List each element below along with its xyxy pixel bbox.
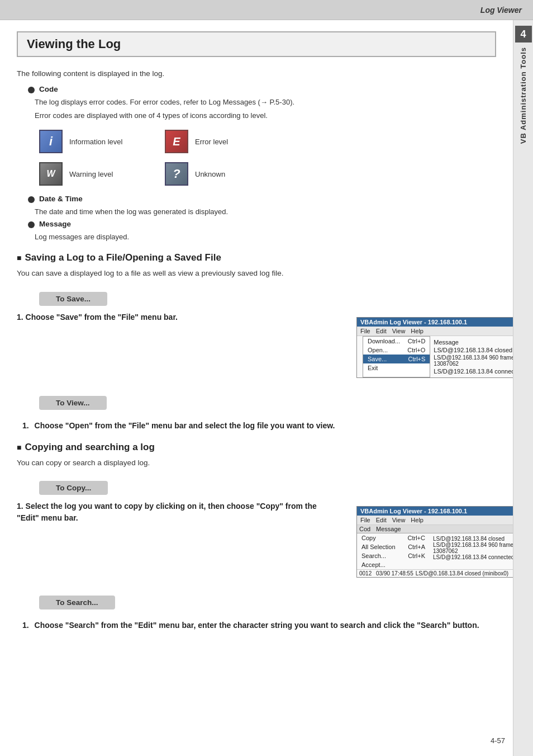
page-title-section: Viewing the Log	[17, 31, 496, 57]
error-label: Error level	[195, 138, 228, 146]
error-icon: E	[165, 130, 188, 153]
to-view-btn: To View...	[39, 396, 107, 410]
screenshot-save: VBAdmin Log Viewer - 192.168.100.1 File …	[329, 311, 496, 384]
page-number: 4-57	[491, 736, 505, 745]
warning-label: Warning level	[69, 170, 113, 178]
top-header: Log Viewer	[0, 0, 533, 20]
screenshot-copy: VBAdmin Log Viewer - 192.168.100.1 File …	[329, 500, 496, 583]
step-copy-text: 1. Select the log you want to copy by cl…	[17, 500, 317, 524]
bullet-datetime-label: Date & Time	[39, 195, 83, 203]
info-icon: i	[39, 130, 63, 153]
icons-grid: i Information level E Error level W Warn…	[39, 130, 274, 186]
warning-icon: W	[39, 162, 63, 186]
bullet-message-label: Message	[39, 220, 71, 228]
bullet-code: Code	[28, 85, 496, 93]
right-sidebar: 4 VB Administration Tools	[513, 20, 533, 756]
step-copy-num: 1.	[17, 502, 23, 511]
icon-row-info: i Information level	[39, 130, 148, 153]
bullet-code-desc2: Error codes are displayed with one of 4 …	[35, 110, 496, 121]
bullet-dot	[28, 87, 35, 93]
step-view-desc: Choose "Open" from the "File" menu bar a…	[35, 421, 335, 430]
to-search-btn: To Search...	[39, 596, 115, 609]
unknown-icon: ?	[165, 162, 188, 186]
screenshot-copy-menu: File Edit View Help	[357, 516, 533, 525]
dropdown-download: Download...Ctrl+D	[363, 337, 430, 346]
main-content: Viewing the Log The following content is…	[0, 20, 513, 655]
dropdown-save: Save...Ctrl+S	[363, 355, 430, 363]
step-search-desc: Choose "Search" from the "Edit" menu bar…	[35, 621, 479, 630]
bullet-message: Message	[28, 220, 496, 228]
page-title: Viewing the Log	[27, 37, 486, 51]
to-copy-btn: To Copy...	[39, 481, 108, 495]
bullet-code-label: Code	[39, 85, 58, 93]
section-save-intro: You can save a displayed log to a file a…	[17, 268, 496, 279]
sidebar-label: VB Administration Tools	[519, 47, 527, 144]
screenshot-copy-window: VBAdmin Log Viewer - 192.168.100.1 File …	[356, 506, 533, 578]
icon-row-warning: W Warning level	[39, 162, 148, 186]
screenshot-save-dropdown: Download...Ctrl+D Open...Ctrl+O Save...C…	[363, 336, 430, 377]
icon-row-error: E Error level	[165, 130, 274, 153]
section-save-heading: Saving a Log to a File/Opening a Saved F…	[17, 252, 496, 263]
chapter-number: 4	[515, 26, 532, 42]
copy-dropdown: CopyCtrl+C All SelectionCtrl+A Search...…	[357, 533, 430, 569]
header-title: Log Viewer	[480, 6, 522, 15]
step-view: 1. Choose "Open" from the "File" menu ba…	[22, 420, 496, 432]
step-save-num: 1.	[17, 313, 23, 322]
icon-row-unknown: ? Unknown	[165, 162, 274, 186]
to-save-btn: To Save...	[39, 292, 107, 306]
info-label: Information level	[69, 138, 122, 146]
step-view-num: 1.	[22, 421, 29, 430]
screenshot-save-body: Download...Ctrl+D Open...Ctrl+O Save...C…	[357, 336, 533, 377]
step-copy-desc: Select the log you want to copy by click…	[17, 502, 317, 522]
screenshot-copy-body: Cod Message CopyCtrl+C All SelectionCtrl…	[357, 525, 533, 577]
step-search: 1. Choose "Search" from the "Edit" menu …	[22, 620, 496, 631]
bullet-dot-2	[28, 196, 35, 203]
bullet-dot-3	[28, 221, 35, 228]
screenshot-save-title: VBAdmin Log Viewer - 192.168.100.1	[357, 318, 533, 327]
dropdown-exit: Exit	[363, 363, 430, 372]
unknown-label: Unknown	[195, 170, 225, 178]
screenshot-save-menu: File Edit View Help	[357, 327, 533, 336]
section-copy-intro: You can copy or search a displayed log.	[17, 457, 496, 469]
step-save-text: 1. Choose "Save" from the "File" menu ba…	[17, 311, 317, 323]
intro-text: The following content is displayed in th…	[17, 68, 496, 79]
dropdown-open: Open...Ctrl+O	[363, 346, 430, 355]
step-save-desc: Choose "Save" from the "File" menu bar.	[26, 313, 178, 322]
screenshot-save-window: VBAdmin Log Viewer - 192.168.100.1 File …	[356, 317, 533, 378]
step-copy: 1. Select the log you want to copy by cl…	[17, 500, 496, 583]
bullet-code-desc1: The log displays error codes. For error …	[35, 97, 496, 108]
bullet-datetime: Date & Time	[28, 195, 496, 203]
section-copy-heading: Copying and searching a log	[17, 442, 496, 453]
bullet-message-desc: Log messages are displayed.	[35, 231, 496, 243]
screenshot-copy-title: VBAdmin Log Viewer - 192.168.100.1	[357, 507, 533, 516]
step-search-num: 1.	[22, 621, 29, 630]
step-save: 1. Choose "Save" from the "File" menu ba…	[17, 311, 496, 384]
bullet-datetime-desc: The date and time when the log was gener…	[35, 206, 496, 218]
